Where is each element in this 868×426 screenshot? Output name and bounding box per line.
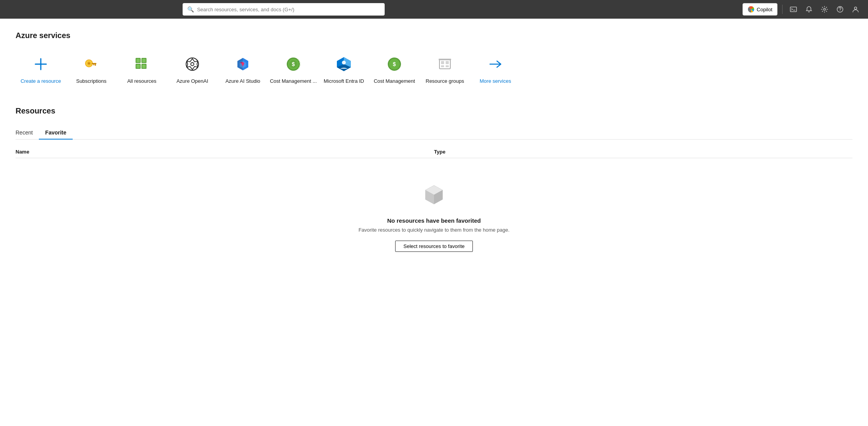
bell-icon bbox=[805, 6, 812, 13]
help-icon bbox=[837, 6, 844, 13]
column-type: Type bbox=[434, 149, 852, 155]
terminal-icon bbox=[790, 6, 797, 13]
openai-icon bbox=[182, 54, 202, 74]
svg-rect-20 bbox=[136, 59, 140, 62]
azure-services-title: Azure services bbox=[16, 31, 852, 40]
service-item-cost-management-1[interactable]: $ Cost Management ... bbox=[268, 51, 319, 88]
service-item-azure-openai[interactable]: Azure OpenAI bbox=[167, 51, 218, 88]
column-name: Name bbox=[16, 149, 434, 155]
service-label: Subscriptions bbox=[76, 78, 106, 85]
copilot-icon bbox=[748, 6, 755, 13]
svg-point-2 bbox=[823, 9, 825, 10]
topbar-divider bbox=[782, 5, 783, 14]
gear-icon bbox=[821, 6, 828, 13]
select-resources-button[interactable]: Select resources to favorite bbox=[395, 241, 473, 252]
arrow-right-icon bbox=[485, 54, 505, 74]
services-grid: Create a resource Subscriptions bbox=[16, 51, 852, 88]
user-button[interactable] bbox=[849, 3, 862, 16]
svg-rect-23 bbox=[142, 65, 146, 68]
empty-cube-icon bbox=[420, 182, 448, 210]
svg-rect-14 bbox=[95, 64, 96, 66]
resource-groups-icon bbox=[435, 54, 455, 74]
service-item-azure-ai-studio[interactable]: Azure AI Studio bbox=[218, 51, 268, 88]
svg-text:$: $ bbox=[292, 61, 295, 67]
svg-rect-21 bbox=[142, 59, 146, 62]
svg-rect-44 bbox=[446, 65, 449, 67]
svg-rect-43 bbox=[441, 65, 444, 67]
service-label: Azure AI Studio bbox=[225, 78, 260, 85]
svg-rect-42 bbox=[446, 61, 449, 64]
terminal-button[interactable] bbox=[787, 3, 800, 16]
service-label: Microsoft Entra ID bbox=[324, 78, 364, 85]
empty-state: No resources have been favorited Favorit… bbox=[16, 158, 852, 267]
table-header: Name Type bbox=[16, 146, 852, 158]
tab-favorite[interactable]: Favorite bbox=[39, 126, 72, 140]
service-item-microsoft-entra[interactable]: Microsoft Entra ID bbox=[319, 51, 369, 88]
topbar: 🔍 Copilot bbox=[0, 0, 868, 19]
svg-text:$: $ bbox=[393, 61, 396, 67]
svg-rect-15 bbox=[93, 64, 94, 65]
cost-green-icon: $ bbox=[283, 54, 303, 74]
plus-icon bbox=[31, 54, 51, 74]
service-label: More services bbox=[480, 78, 511, 85]
topbar-actions: Copilot bbox=[743, 3, 862, 16]
service-label: Create a resource bbox=[21, 78, 61, 85]
service-label: All resources bbox=[127, 78, 156, 85]
svg-rect-40 bbox=[439, 59, 450, 69]
ai-studio-icon bbox=[233, 54, 253, 74]
user-icon bbox=[852, 6, 859, 13]
copilot-label: Copilot bbox=[757, 7, 772, 12]
service-item-resource-groups[interactable]: Resource groups bbox=[420, 51, 470, 88]
search-input[interactable] bbox=[197, 7, 380, 12]
entra-icon bbox=[334, 54, 354, 74]
svg-rect-0 bbox=[790, 7, 797, 12]
cost-management-icon: $ bbox=[384, 54, 404, 74]
resources-tabs: Recent Favorite bbox=[16, 126, 852, 140]
svg-point-4 bbox=[840, 10, 840, 11]
resources-title: Resources bbox=[16, 106, 852, 115]
service-item-more-services[interactable]: More services bbox=[470, 51, 521, 88]
svg-rect-13 bbox=[92, 63, 96, 64]
svg-point-12 bbox=[88, 63, 90, 65]
key-icon bbox=[81, 54, 101, 74]
service-label: Azure OpenAI bbox=[176, 78, 208, 85]
svg-point-36 bbox=[342, 61, 346, 65]
main-content: Azure services Create a resource bbox=[0, 19, 868, 426]
search-bar: 🔍 bbox=[183, 3, 385, 16]
service-item-all-resources[interactable]: All resources bbox=[117, 51, 167, 88]
service-label: Cost Management bbox=[374, 78, 415, 85]
empty-subtitle: Favorite resources to quickly navigate t… bbox=[359, 227, 510, 233]
tab-recent[interactable]: Recent bbox=[16, 126, 39, 140]
notifications-button[interactable] bbox=[803, 3, 815, 16]
svg-point-5 bbox=[854, 7, 857, 9]
grid-icon bbox=[132, 54, 152, 74]
service-label: Resource groups bbox=[426, 78, 464, 85]
copilot-button[interactable]: Copilot bbox=[743, 3, 777, 16]
settings-button[interactable] bbox=[818, 3, 831, 16]
svg-point-25 bbox=[191, 63, 194, 66]
svg-rect-45 bbox=[439, 59, 451, 60]
service-item-subscriptions[interactable]: Subscriptions bbox=[66, 51, 117, 88]
service-item-create-resource[interactable]: Create a resource bbox=[16, 51, 66, 88]
help-button[interactable] bbox=[834, 3, 846, 16]
service-label: Cost Management ... bbox=[270, 78, 317, 85]
service-item-cost-management-2[interactable]: $ Cost Management bbox=[369, 51, 420, 88]
empty-title: No resources have been favorited bbox=[387, 217, 481, 224]
resources-section: Resources Recent Favorite Name Type No r… bbox=[16, 106, 852, 267]
svg-rect-41 bbox=[441, 61, 444, 64]
search-icon: 🔍 bbox=[187, 6, 194, 12]
svg-rect-22 bbox=[136, 65, 140, 68]
